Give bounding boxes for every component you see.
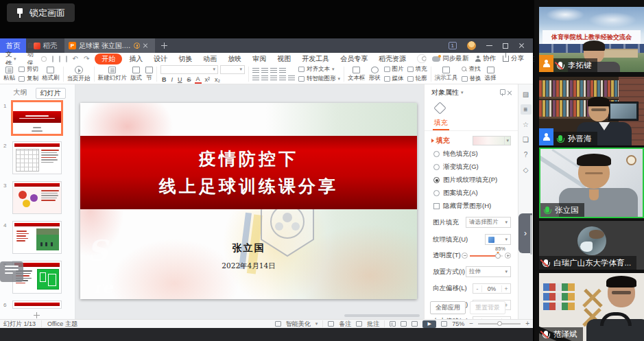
texture-fill-select[interactable]: ▾ <box>485 234 511 245</box>
slide-thumbnail-4[interactable] <box>12 221 62 254</box>
layers-icon[interactable]: ❏ <box>521 134 532 145</box>
new-tab-button[interactable] <box>155 38 174 53</box>
menu-item-devtools[interactable]: 开发工具 <box>296 54 335 64</box>
zoom-in-button[interactable]: + <box>525 320 529 327</box>
lock-screen-button[interactable]: 锁定画面 <box>7 3 75 22</box>
slide-editor[interactable]: S re 疫情防控下 线上足球训练课分享 张立国 2022年4月14日 <box>80 103 417 299</box>
align-text-button[interactable]: 对齐文本▾ <box>298 65 340 73</box>
close-panel-icon[interactable] <box>507 90 512 95</box>
present-tools-button[interactable]: 演示工具 <box>435 67 458 82</box>
notification-badge[interactable]: 1 <box>449 42 457 49</box>
smart-graphic-button[interactable]: 转智能图形▾ <box>298 75 340 83</box>
autosave-toggle[interactable] <box>41 56 47 62</box>
replace-button[interactable]: 替换 <box>462 75 481 83</box>
plus-button[interactable]: + <box>502 285 510 292</box>
underline-button[interactable]: U <box>176 76 184 83</box>
zoom-slider[interactable] <box>478 323 521 325</box>
slide-thumbnail-1[interactable] <box>12 102 62 134</box>
command-search-input[interactable]: 查找命令、搜索模板 <box>417 54 427 63</box>
participant-video-3-active-speaker[interactable]: 张立国 <box>539 148 644 218</box>
maximize-icon[interactable] <box>503 43 508 49</box>
play-from-current-button[interactable]: 当页开始 <box>67 66 91 83</box>
apply-all-button[interactable]: 全部应用 <box>430 301 466 314</box>
add-slide-button[interactable] <box>0 312 75 319</box>
bullet-list-icon[interactable] <box>252 67 259 73</box>
fill-option-gradient[interactable]: 渐变填充(G) <box>433 163 518 172</box>
align-left-icon[interactable] <box>252 75 259 81</box>
subscript-button[interactable]: x₂ <box>213 76 222 83</box>
participant-video-5[interactable]: 范泽斌 <box>539 273 644 341</box>
indent-decrease-icon[interactable] <box>270 67 277 73</box>
sorter-view-icon[interactable] <box>401 321 407 327</box>
tab-close-icon[interactable] <box>143 43 148 49</box>
slide-thumbnail-2[interactable] <box>12 141 62 174</box>
menu-item-review[interactable]: 审阅 <box>247 54 272 64</box>
tab-fill[interactable]: 填充 <box>433 118 449 130</box>
offset-left-stepper[interactable]: - 0% + <box>473 283 511 294</box>
fill-option-solid[interactable]: 纯色填充(S) <box>433 150 518 158</box>
slide-thumbnail-3[interactable] <box>12 181 62 214</box>
beautify-button[interactable]: 智能美化 <box>286 320 311 329</box>
preview-icon[interactable] <box>66 56 67 62</box>
shapes-icon[interactable]: ◇ <box>521 165 532 175</box>
justify-icon[interactable] <box>279 75 286 81</box>
notes-button[interactable]: 备注 <box>339 320 351 329</box>
reset-background-button[interactable]: 重置背景 <box>470 301 505 314</box>
media-button[interactable]: 媒体 <box>384 75 404 83</box>
superscript-button[interactable]: x² <box>204 76 212 83</box>
select-button[interactable]: 选择 <box>485 67 497 82</box>
user-avatar[interactable] <box>467 41 476 50</box>
paste-button[interactable]: 粘贴 <box>3 67 15 82</box>
picture-button[interactable]: 图片 <box>384 65 404 73</box>
strip-scrollbar[interactable] <box>530 215 532 255</box>
fit-window-icon[interactable] <box>441 321 447 327</box>
pin-panel-icon[interactable] <box>499 89 505 96</box>
participant-video-4[interactable]: 白瑞广山东大学体育... <box>539 221 644 270</box>
shape-button[interactable]: 形状 <box>369 67 381 82</box>
tab-document[interactable]: P 足球课 张立国.pptx <box>64 38 155 53</box>
find-button[interactable]: 查找 <box>462 65 481 73</box>
hide-background-checkbox[interactable]: 隐藏背景图形(H) <box>433 202 518 211</box>
section-expand-icon[interactable] <box>431 139 434 143</box>
slideshow-play-button[interactable]: ▶ <box>422 320 436 328</box>
strikethrough-button[interactable]: S <box>186 76 193 83</box>
undo-icon[interactable]: ↶ <box>73 56 78 62</box>
format-painter-button[interactable]: 格式刷 <box>42 67 60 82</box>
menu-item-insert[interactable]: 插入 <box>123 54 148 64</box>
menu-item-design[interactable]: 设计 <box>148 54 173 64</box>
window-close-icon[interactable] <box>518 43 525 49</box>
font-size-select[interactable]: ▾ <box>220 65 245 74</box>
tab-slides[interactable]: 幻灯片 <box>36 88 66 99</box>
sync-status[interactable]: 同步最新 <box>432 54 468 63</box>
opacity-increase-icon[interactable] <box>505 252 511 259</box>
textbox-button[interactable]: 文本框 <box>348 67 366 82</box>
menu-item-slideshow[interactable]: 放映 <box>222 54 247 64</box>
menu-item-home[interactable]: 开始 <box>95 54 122 64</box>
animation-icon[interactable]: ☆ <box>521 119 532 130</box>
zoom-knob[interactable] <box>497 321 502 326</box>
zoom-out-button[interactable]: − <box>469 320 473 327</box>
collaborate-button[interactable]: 协作 <box>475 54 496 63</box>
print-icon[interactable] <box>59 56 60 62</box>
new-slide-button[interactable]: 新建幻灯片 <box>98 67 128 82</box>
fill-option-pattern[interactable]: 图案填充(A) <box>433 189 518 198</box>
align-center-icon[interactable] <box>261 75 268 81</box>
copy-button[interactable]: 复制 <box>19 75 38 83</box>
opacity-decrease-icon[interactable] <box>462 252 468 259</box>
participant-video-2[interactable]: 孙晋海 <box>539 77 644 145</box>
bold-button[interactable]: B <box>160 76 168 83</box>
picture-fill-select[interactable]: 请选择图片 ▾ <box>466 217 511 228</box>
floating-toolbar-overlay[interactable] <box>0 261 23 282</box>
save-icon[interactable] <box>52 56 53 62</box>
menu-item-view[interactable]: 视图 <box>272 54 296 64</box>
align-right-icon[interactable] <box>270 75 277 81</box>
menu-item-transition[interactable]: 切换 <box>173 54 198 64</box>
italic-button[interactable]: I <box>170 76 175 83</box>
font-family-select[interactable]: ▾ <box>160 65 218 74</box>
opacity-slider[interactable] <box>470 255 503 257</box>
fill-option-picture-texture[interactable]: 图片或纹理填充(P) <box>433 176 518 185</box>
slider-knob[interactable] <box>495 253 501 259</box>
indent-increase-icon[interactable] <box>279 67 286 73</box>
styles-icon[interactable]: ▨ <box>521 89 532 99</box>
slide-thumbnail-6[interactable] <box>12 301 62 309</box>
